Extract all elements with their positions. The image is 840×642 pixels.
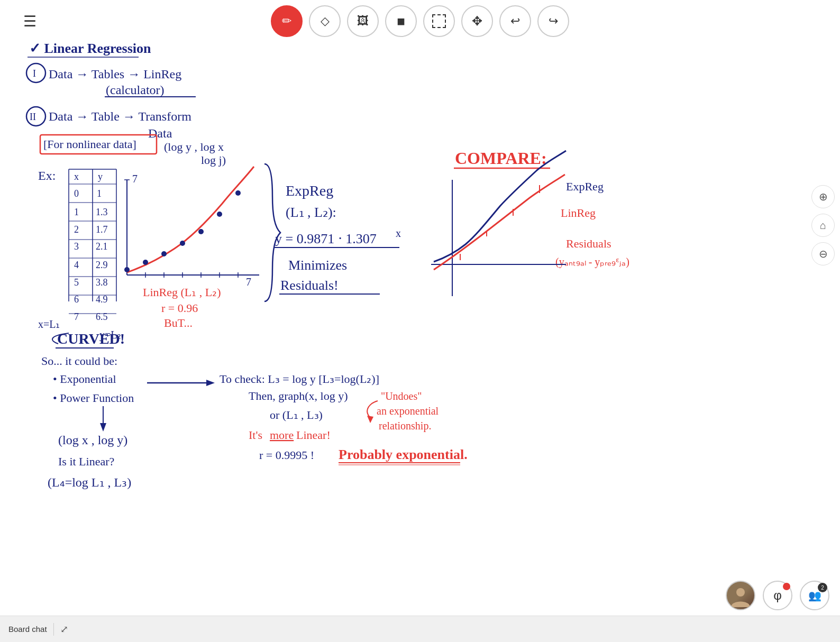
- expand-icon[interactable]: ⤢: [60, 623, 68, 635]
- avatars-panel: φ 👥 2: [726, 581, 829, 610]
- svg-point-60: [143, 260, 148, 265]
- svg-text:4.9: 4.9: [96, 294, 108, 305]
- select-button[interactable]: [423, 5, 455, 37]
- svg-text:y = 0.9871 ⋅ 1.307: y = 0.9871 ⋅ 1.307: [275, 231, 377, 246]
- svg-text:relationship.: relationship.: [379, 420, 431, 432]
- move-icon: ✥: [472, 14, 482, 29]
- svg-text:x: x: [74, 171, 79, 182]
- svg-point-64: [217, 212, 222, 217]
- svg-text:or (L₁ , L₃): or (L₁ , L₃): [270, 408, 323, 421]
- svg-text:2.9: 2.9: [96, 260, 108, 270]
- menu-button[interactable]: ☰: [14, 5, 45, 37]
- svg-text:5: 5: [74, 277, 79, 288]
- svg-text:ExpReg: ExpReg: [566, 180, 604, 193]
- svg-text:3.8: 3.8: [96, 277, 108, 288]
- svg-point-63: [198, 229, 204, 234]
- svg-text:(calculator): (calculator): [106, 83, 165, 97]
- svg-text:more: more: [270, 428, 294, 442]
- zoom-in-button[interactable]: ⊕: [811, 185, 835, 208]
- board-chat-label: Board chat: [8, 625, 47, 634]
- svg-text:(log y , log x: (log y , log x: [164, 140, 224, 153]
- svg-text:(log x , log y): (log x , log y): [58, 433, 127, 447]
- svg-text:r = 0.9995 !: r = 0.9995 !: [259, 448, 314, 462]
- svg-text:So... it could be:: So... it could be:: [41, 354, 117, 368]
- svg-text:6: 6: [74, 294, 79, 305]
- zoom-out-icon: ⊖: [819, 247, 828, 260]
- svg-text:Residuals: Residuals: [566, 237, 611, 250]
- svg-text:LinReg (L₁ , L₂): LinReg (L₁ , L₂): [143, 286, 221, 299]
- svg-text:(L₁ , L₂):: (L₁ , L₂):: [286, 205, 336, 220]
- svg-text:Then, graph(x, log y): Then, graph(x, log y): [249, 389, 348, 402]
- svg-text:(yₐₙₜ₉ₐₗ - yₚ‍ᵣₑ₉ᵋⱼₐ): (yₐₙₜ₉ₐₗ - yₚ‍ᵣₑ₉ᵋⱼₐ): [555, 256, 629, 268]
- svg-text:7: 7: [132, 173, 138, 185]
- svg-text:4: 4: [74, 260, 79, 270]
- svg-text:• Power Function: • Power Function: [53, 391, 134, 405]
- select-icon: [432, 14, 446, 28]
- svg-text:1: 1: [74, 207, 79, 217]
- svg-marker-86: [100, 423, 106, 432]
- svg-text:1.7: 1.7: [96, 224, 108, 235]
- home-icon: ⌂: [820, 219, 826, 232]
- image-icon: 🖼: [357, 14, 369, 28]
- image-button[interactable]: 🖼: [347, 5, 379, 37]
- svg-text:an exponential: an exponential: [377, 405, 439, 417]
- svg-marker-94: [367, 416, 373, 423]
- svg-text:(L₄=log L₁ , L₃): (L₄=log L₁ , L₃): [48, 475, 131, 489]
- bottom-bar-divider: [53, 623, 54, 636]
- menu-icon: ☰: [23, 13, 36, 30]
- zoom-out-button[interactable]: ⊖: [811, 242, 835, 265]
- svg-text:Minimizes: Minimizes: [288, 258, 347, 273]
- svg-text:Residuals!: Residuals!: [280, 278, 339, 293]
- canvas-area[interactable]: ✓ Linear Regression I Data → Tables → Li…: [0, 0, 840, 616]
- svg-text:1.3: 1.3: [96, 207, 108, 217]
- svg-text:ExpReg: ExpReg: [286, 182, 333, 199]
- svg-text:7: 7: [246, 276, 251, 288]
- sticky-button[interactable]: ■: [385, 5, 417, 37]
- svg-text:"Undoes": "Undoes": [381, 390, 422, 402]
- svg-text:Probably exponential.: Probably exponential.: [339, 447, 468, 462]
- eraser-button[interactable]: ◇: [309, 5, 341, 37]
- svg-text:Data → Tables → LinReg: Data → Tables → LinReg: [49, 67, 181, 81]
- pencil-icon: ✏: [282, 14, 291, 28]
- svg-text:2: 2: [74, 224, 79, 235]
- svg-point-115: [736, 588, 745, 597]
- undo-button[interactable]: ↩: [499, 5, 531, 37]
- sticky-icon: ■: [397, 13, 405, 30]
- users-button[interactable]: 👥 2: [800, 581, 829, 610]
- svg-text:1: 1: [97, 188, 102, 199]
- svg-text:[For nonlinear data]: [For nonlinear data]: [43, 137, 136, 151]
- svg-text:Ex:: Ex:: [38, 169, 56, 182]
- svg-text:LinReg: LinReg: [561, 206, 596, 219]
- svg-text:y: y: [98, 171, 103, 182]
- svg-text:Is it Linear?: Is it Linear?: [58, 455, 114, 468]
- phi-button[interactable]: φ: [763, 581, 792, 610]
- svg-text:I: I: [33, 68, 36, 79]
- svg-text:Data → Table → Transform: Data → Table → Transform: [49, 109, 191, 123]
- users-count-badge: 2: [818, 583, 827, 592]
- redo-button[interactable]: ↪: [537, 5, 569, 37]
- svg-text:0: 0: [74, 188, 79, 199]
- phi-icon: φ: [773, 588, 782, 603]
- bottom-bar: Board chat ⤢: [0, 616, 840, 642]
- svg-text:To check: L₃ = log y [L₃=log(L: To check: L₃ = log y [L₃=log(L₂)]: [220, 372, 379, 386]
- svg-point-65: [235, 190, 241, 196]
- svg-text:BuT...: BuT...: [164, 316, 193, 329]
- svg-text:Linear!: Linear!: [296, 428, 331, 442]
- svg-text:x: x: [396, 227, 401, 239]
- svg-text:r = 0.96: r = 0.96: [161, 301, 198, 315]
- svg-text:2.1: 2.1: [96, 241, 108, 252]
- move-button[interactable]: ✥: [461, 5, 493, 37]
- pencil-button[interactable]: ✏: [271, 5, 303, 37]
- phi-status-dot: [783, 583, 790, 590]
- svg-marker-83: [206, 380, 215, 386]
- eraser-icon: ◇: [321, 14, 330, 28]
- svg-point-61: [161, 251, 167, 256]
- svg-text:6.5: 6.5: [96, 311, 108, 322]
- svg-point-62: [180, 241, 185, 246]
- svg-text:3: 3: [74, 241, 79, 252]
- home-button[interactable]: ⌂: [811, 214, 835, 237]
- svg-text:Data: Data: [148, 126, 172, 140]
- redo-icon: ↪: [549, 14, 558, 28]
- zoom-in-icon: ⊕: [819, 190, 828, 203]
- undo-icon: ↩: [510, 14, 520, 28]
